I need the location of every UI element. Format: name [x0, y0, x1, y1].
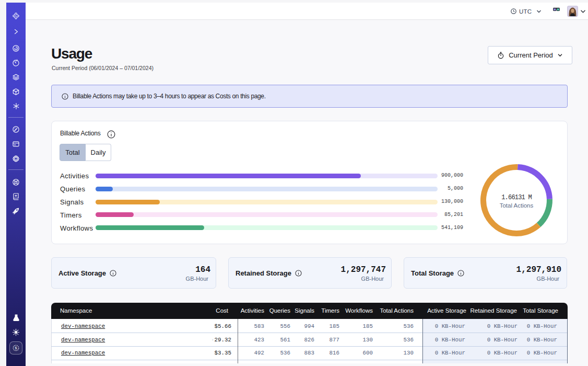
svg-text:$: $	[15, 346, 17, 350]
